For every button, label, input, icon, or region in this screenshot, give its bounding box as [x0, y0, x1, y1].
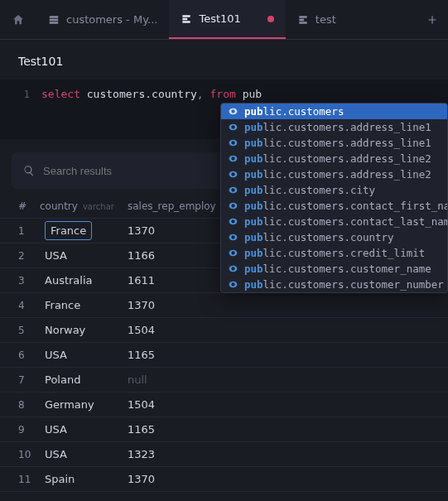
tab-customers[interactable]: customers - My...	[36, 0, 169, 39]
column-icon	[228, 169, 238, 180]
row-index: 10	[0, 449, 40, 460]
table-row[interactable]: 4France1370	[0, 293, 448, 318]
row-index: 8	[0, 399, 40, 411]
column-icon	[228, 200, 238, 211]
table-row[interactable]: 7Polandnull	[0, 368, 448, 393]
autocomplete-item[interactable]: public.customers.customer_name	[221, 261, 447, 277]
cell-country[interactable]: France	[40, 299, 123, 311]
tab-label: customers - My...	[66, 13, 157, 26]
tab-test[interactable]: test	[286, 0, 348, 39]
home-button[interactable]	[0, 0, 36, 39]
search-icon	[23, 165, 35, 176]
tab-label: Test101	[199, 12, 240, 25]
cell-country[interactable]: Poland	[40, 373, 123, 386]
tab-label: test	[316, 13, 336, 26]
cell-sales-rep[interactable]: 1504	[123, 324, 448, 336]
query-icon	[297, 14, 309, 26]
column-icon	[228, 137, 238, 148]
page-title: Test101	[0, 40, 448, 79]
cell-country[interactable]: Australia	[40, 274, 123, 287]
cell-country[interactable]: Germany	[40, 398, 123, 411]
column-icon	[228, 106, 238, 117]
cell-sales-rep[interactable]: 1370	[123, 473, 448, 485]
table-icon	[48, 14, 60, 26]
cell-country[interactable]: USA	[40, 349, 123, 361]
column-icon	[228, 216, 238, 227]
column-icon	[228, 153, 238, 164]
row-index: 11	[0, 474, 40, 485]
table-row[interactable]: 9USA1165	[0, 417, 448, 442]
table-row[interactable]: 10USA1323	[0, 442, 448, 467]
column-icon	[228, 185, 238, 195]
cell-sales-rep[interactable]: 1165	[123, 423, 448, 436]
autocomplete-popup: public.customerspublic.customers.address…	[220, 103, 448, 293]
cell-country[interactable]: Spain	[40, 473, 123, 485]
column-icon	[228, 122, 238, 132]
table-row[interactable]: 8Germany1504	[0, 393, 448, 417]
row-index: 1	[0, 225, 40, 237]
row-index: 4	[0, 300, 40, 311]
row-index: 5	[0, 325, 40, 336]
table-row[interactable]: 6USA1165	[0, 343, 448, 368]
code-line[interactable]: select customers.country, from pub	[41, 88, 448, 100]
table-row[interactable]: 5Norway1504	[0, 318, 448, 343]
autocomplete-item[interactable]: public.customers.city	[221, 182, 447, 198]
autocomplete-item[interactable]: public.customers.address_line2	[221, 151, 447, 166]
autocomplete-item[interactable]: public.customers.contact_last_name	[221, 214, 447, 229]
cell-sales-rep[interactable]: 1370	[123, 299, 448, 311]
cell-sales-rep[interactable]: 1165	[123, 349, 448, 361]
autocomplete-item[interactable]: public.customers.country	[221, 229, 447, 245]
column-icon	[228, 263, 238, 274]
col-country[interactable]: country varchar	[40, 200, 123, 212]
autocomplete-item[interactable]: public.customers.customer_number	[221, 277, 447, 292]
cell-country[interactable]: France	[40, 224, 123, 237]
table-row[interactable]: 11Spain1370	[0, 467, 448, 492]
autocomplete-item[interactable]: public.customers.credit_limit	[221, 245, 447, 261]
plus-icon	[426, 14, 438, 26]
cell-country[interactable]: USA	[40, 423, 123, 436]
row-index: 9	[0, 424, 40, 436]
column-icon	[228, 248, 238, 258]
add-tab-button[interactable]	[417, 0, 448, 39]
tab-bar: customers - My... Test101 test	[0, 0, 448, 40]
row-index: 6	[0, 349, 40, 361]
cell-sales-rep[interactable]: 1323	[123, 448, 448, 460]
autocomplete-item[interactable]: public.customers.address_line2	[221, 166, 447, 182]
cell-sales-rep[interactable]: 1504	[123, 398, 448, 411]
autocomplete-item[interactable]: public.customers	[221, 104, 447, 119]
row-index: 2	[0, 250, 40, 262]
row-index: 3	[0, 275, 40, 287]
autocomplete-item[interactable]: public.customers.address_line1	[221, 119, 447, 135]
home-icon	[12, 13, 25, 26]
column-icon	[228, 279, 238, 290]
query-icon	[181, 13, 192, 25]
cell-sales-rep[interactable]: null	[123, 373, 448, 386]
tab-test101[interactable]: Test101	[169, 0, 285, 39]
cell-country[interactable]: Norway	[40, 324, 123, 336]
line-number: 1	[0, 88, 41, 100]
autocomplete-item[interactable]: public.customers.contact_first_name	[221, 198, 447, 214]
unsaved-indicator	[267, 16, 274, 22]
cell-country[interactable]: USA	[40, 448, 123, 460]
col-index[interactable]: #	[0, 200, 40, 212]
autocomplete-item[interactable]: public.customers.address_line1	[221, 135, 447, 151]
column-icon	[228, 232, 238, 243]
row-index: 7	[0, 374, 40, 386]
cell-country[interactable]: USA	[40, 249, 123, 262]
